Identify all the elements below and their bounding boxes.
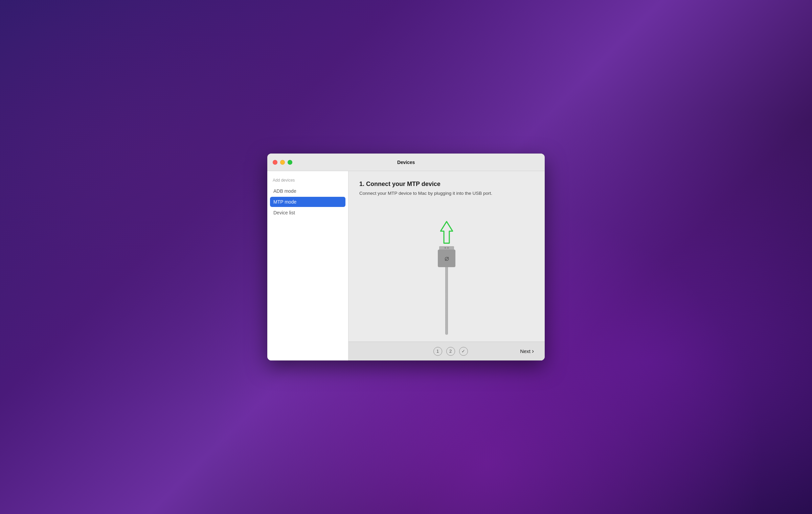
illustration-area: ⌀ [348, 219, 545, 342]
sidebar: Add devices ADB mode MTP mode Device lis… [267, 171, 348, 360]
next-chevron-icon: › [532, 348, 534, 355]
usb-illustration: ⌀ [435, 219, 458, 335]
step-title: 1. Connect your MTP device [359, 181, 534, 188]
usb-body: ⌀ [438, 250, 455, 267]
step-description: Connect your MTP device to Mac by pluggi… [359, 190, 534, 197]
content-area: 1. Connect your MTP device Connect your … [348, 171, 545, 360]
window-title: Devices [397, 160, 415, 165]
bottom-bar: 1 2 ✓ Next › [348, 342, 545, 360]
usb-dot-left [445, 247, 446, 249]
usb-dot-right [447, 247, 449, 249]
sidebar-item-mtp-mode[interactable]: MTP mode [270, 197, 345, 207]
traffic-lights [273, 160, 292, 165]
content-main: 1. Connect your MTP device Connect your … [348, 171, 545, 219]
usb-top [439, 246, 454, 250]
minimize-button[interactable] [280, 160, 285, 165]
usb-cable [445, 267, 448, 335]
sidebar-item-adb-mode[interactable]: ADB mode [270, 186, 345, 196]
usb-symbol-icon: ⌀ [445, 254, 449, 263]
step-check-indicator: ✓ [459, 347, 468, 356]
usb-connector: ⌀ [438, 246, 455, 335]
titlebar: Devices [267, 154, 545, 171]
step-2-indicator: 2 [446, 347, 455, 356]
close-button[interactable] [273, 160, 277, 165]
step-1-indicator: 1 [433, 347, 442, 356]
window-body: Add devices ADB mode MTP mode Device lis… [267, 171, 545, 360]
sidebar-item-device-list[interactable]: Device list [270, 208, 345, 218]
arrow-up-icon [435, 219, 458, 246]
step-indicators: 1 2 ✓ [384, 347, 517, 356]
maximize-button[interactable] [288, 160, 292, 165]
app-window: Devices Add devices ADB mode MTP mode De… [267, 154, 545, 360]
next-button[interactable]: Next › [517, 346, 537, 356]
sidebar-section-label: Add devices [267, 177, 348, 185]
